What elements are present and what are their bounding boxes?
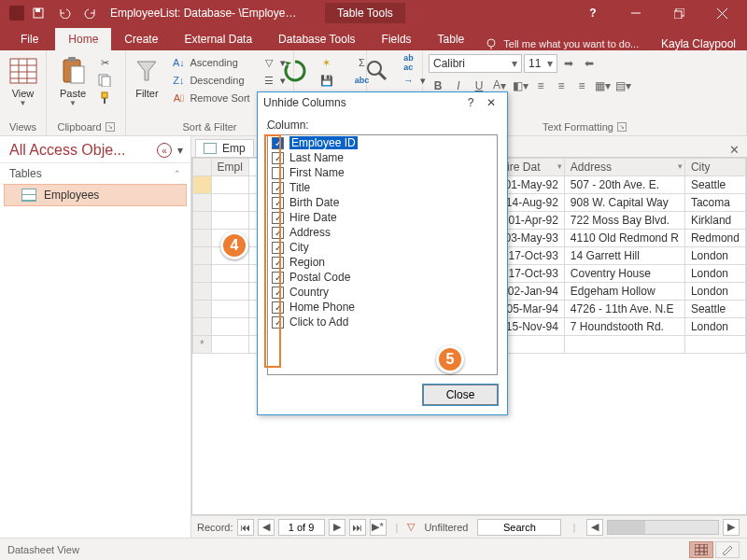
cell[interactable]: 507 - 20th Ave. E.	[564, 176, 684, 194]
cell[interactable]: London	[684, 283, 745, 301]
refresh-all-button[interactable]	[276, 54, 314, 90]
cell[interactable]	[211, 318, 248, 336]
column-list-item[interactable]: ✓Last Name	[268, 150, 497, 165]
tab-table[interactable]: Table	[425, 28, 478, 50]
checkbox[interactable]: ✓	[272, 242, 284, 254]
fill-color-button[interactable]: ◧▾	[511, 77, 529, 95]
nav-item-employees[interactable]: Employees	[4, 184, 187, 206]
view-datasheet-button[interactable]	[689, 541, 713, 558]
cell[interactable]	[211, 301, 248, 318]
checkbox[interactable]: ✓	[272, 287, 284, 299]
tell-me-box[interactable]: Tell me what you want to do...	[477, 37, 650, 50]
cell[interactable]: 14 Garrett Hill	[564, 247, 684, 265]
checkbox[interactable]: ✓	[272, 197, 284, 209]
object-tab-employees[interactable]: Emp	[195, 139, 254, 157]
checkbox[interactable]: ✓	[272, 137, 284, 149]
row-selector[interactable]	[193, 176, 212, 194]
cell[interactable]: 908 W. Capital Way	[564, 194, 684, 212]
cell[interactable]	[211, 194, 248, 212]
checkbox[interactable]: ✓	[272, 212, 284, 224]
cell[interactable]	[211, 283, 248, 301]
nav-next-button[interactable]: ▶	[329, 519, 345, 536]
column-list-item[interactable]: First Name	[268, 165, 497, 180]
user-name[interactable]: Kayla Claypool	[650, 37, 747, 50]
close-button[interactable]	[700, 0, 743, 26]
row-selector[interactable]	[193, 265, 212, 283]
object-tab-close[interactable]: ✕	[729, 141, 747, 157]
cell[interactable]: Coventry House	[564, 265, 684, 283]
indent-inc-button[interactable]: ➡	[559, 54, 578, 73]
row-selector[interactable]	[193, 318, 212, 336]
copy-button[interactable]	[95, 72, 114, 89]
align-center-button[interactable]: ≡	[552, 77, 571, 95]
descending-button[interactable]: Z↓Descending	[169, 72, 251, 89]
align-right-button[interactable]: ≡	[572, 77, 591, 95]
paste-button[interactable]: Paste ▼	[54, 54, 92, 109]
cut-button[interactable]: ✂	[95, 54, 114, 71]
alt-row-color-button[interactable]: ▤▾	[613, 77, 632, 95]
cell[interactable]	[211, 176, 248, 194]
checkbox[interactable]: ✓	[272, 152, 284, 164]
nav-category-tables[interactable]: Tables⌃	[0, 163, 190, 184]
cell[interactable]: 4110 Old Redmond R	[564, 230, 684, 247]
view-button[interactable]: View ▼	[5, 54, 42, 109]
tab-file[interactable]: File	[4, 28, 55, 50]
filter-button[interactable]: Filter	[128, 54, 165, 101]
nav-title[interactable]: All Access Obje...	[9, 142, 157, 159]
row-selector[interactable]	[193, 247, 212, 265]
new-record-button[interactable]: ✶	[317, 54, 345, 71]
minimize-button[interactable]	[614, 0, 657, 26]
column-list-item[interactable]: ✓Country	[268, 285, 497, 300]
nav-new-button[interactable]: ▶*	[370, 519, 387, 536]
qat-undo-icon[interactable]	[58, 7, 71, 20]
column-header[interactable]: Address ▾	[564, 159, 684, 176]
qat-redo-icon[interactable]	[84, 7, 97, 20]
cell[interactable]: London	[684, 265, 745, 283]
column-list-item[interactable]: ✓Postal Code	[268, 270, 497, 285]
hscroll-right[interactable]: ▶	[723, 519, 740, 536]
textfmt-launcher[interactable]: ↘	[617, 122, 627, 132]
cell[interactable]: 722 Moss Bay Blvd.	[564, 212, 684, 230]
align-left-button[interactable]: ≡	[531, 77, 550, 95]
cell[interactable]	[211, 265, 248, 283]
row-selector[interactable]	[193, 212, 212, 230]
cell[interactable]: London	[684, 247, 745, 265]
nav-prev-button[interactable]: ◀	[258, 519, 275, 536]
close-button[interactable]: Close	[423, 385, 498, 405]
cell[interactable]: Seattle	[684, 301, 745, 318]
column-list[interactable]: ✓Employee ID✓Last NameFirst Name✓Title✓B…	[267, 134, 498, 375]
column-header[interactable]: Empl	[211, 159, 248, 176]
format-painter-button[interactable]	[95, 90, 114, 106]
column-list-item[interactable]: ✓Region	[268, 255, 497, 270]
cell[interactable]: Kirkland	[684, 212, 745, 230]
column-list-item[interactable]: ✓Hire Date	[268, 210, 497, 225]
find-button[interactable]	[359, 54, 396, 90]
clipboard-launcher[interactable]: ↘	[106, 122, 115, 132]
tab-database-tools[interactable]: Database Tools	[265, 28, 369, 50]
column-list-item[interactable]: ✓Address	[268, 225, 497, 240]
cell[interactable]: Edgeham Hollow	[564, 283, 684, 301]
dialog-help-button[interactable]: ?	[460, 96, 481, 109]
cell[interactable]: London	[684, 318, 745, 336]
cell[interactable]: 4726 - 11th Ave. N.E	[564, 301, 684, 318]
cell[interactable]	[211, 212, 248, 230]
restore-button[interactable]	[657, 0, 700, 26]
tab-fields[interactable]: Fields	[369, 28, 425, 50]
nav-menu-button[interactable]: ▾	[176, 144, 185, 157]
cell[interactable]: Redmond	[684, 230, 745, 247]
row-selector[interactable]	[193, 194, 212, 212]
save-record-button[interactable]: 💾	[317, 72, 345, 89]
row-selector[interactable]	[193, 230, 212, 247]
cell[interactable]: 7 Houndstooth Rd.	[564, 318, 684, 336]
checkbox[interactable]: ✓	[272, 316, 284, 329]
tab-external-data[interactable]: External Data	[171, 28, 265, 50]
row-selector[interactable]	[193, 283, 212, 301]
column-list-item[interactable]: ✓Title	[268, 180, 497, 195]
font-name-combo[interactable]: Calibri▾	[429, 54, 522, 73]
indent-dec-button[interactable]: ⬅	[580, 54, 599, 73]
tab-create[interactable]: Create	[111, 28, 171, 50]
checkbox[interactable]: ✓	[272, 301, 284, 314]
view-design-button[interactable]	[715, 541, 740, 558]
hscroll-track[interactable]	[607, 520, 719, 535]
tab-home[interactable]: Home	[55, 28, 111, 50]
